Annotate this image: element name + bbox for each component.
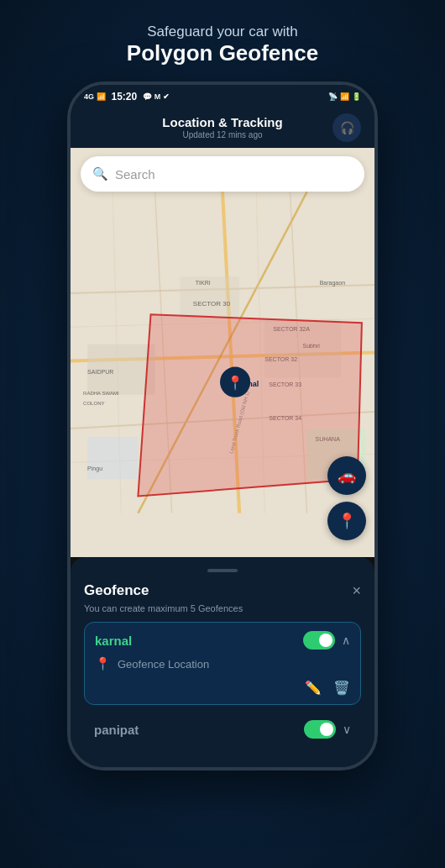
geofence-item-panipat[interactable]: panipat ∨ [84, 712, 361, 747]
geofence-subtitle: You can create maximum 5 Geofences [84, 603, 361, 613]
geofence-title: Geofence [84, 582, 149, 599]
geofence-toggle-karnal[interactable] [303, 631, 335, 650]
status-bar: 4G 📶 15:20 💬 M ✔ 📡 📶 🔋 [71, 85, 374, 108]
header-subtitle: Safeguard your car with [127, 24, 318, 40]
search-bar[interactable]: 🔍 Search [81, 156, 364, 192]
svg-text:TIKRI: TIKRI [196, 280, 211, 286]
geofence-action-row: ✏️ 🗑️ [95, 680, 350, 696]
battery-icon: 🔋 [352, 92, 361, 101]
svg-text:SAIDPUR: SAIDPUR [87, 369, 113, 375]
geofence-toggle-panipat[interactable] [304, 720, 336, 739]
car-icon: 🚗 [338, 466, 356, 485]
map-fab-container: 🚗 📍 [327, 456, 366, 540]
svg-text:SECTOR 30: SECTOR 30 [193, 300, 231, 308]
geofence-name-karnal: karnal [95, 634, 132, 648]
header-title: Polygon Geofence [127, 40, 318, 66]
svg-text:Baragaon: Baragaon [320, 280, 346, 287]
car-location-fab[interactable]: 🚗 [327, 456, 366, 495]
geofence-controls-karnal: ∧ [303, 631, 350, 650]
map-container[interactable]: SECTOR 30 SECTOR 32A SECTOR 32 SECTOR 33… [71, 148, 374, 557]
headphone-button[interactable]: 🎧 [332, 113, 361, 142]
signal-bars-icon: 📡 [328, 92, 338, 101]
status-apps: 💬 M ✔ [143, 92, 170, 101]
phone-frame: 4G 📶 15:20 💬 M ✔ 📡 📶 🔋 Location & Tracki… [67, 82, 378, 771]
status-right-icons: 📡 📶 🔋 [328, 92, 361, 101]
location-pin-icon: 📍 [95, 656, 111, 671]
svg-rect-16 [87, 437, 138, 479]
geofence-panel: Geofence × You can create maximum 5 Geof… [71, 557, 374, 767]
geofence-item-header-karnal: karnal ∧ [95, 631, 350, 650]
location-pin-fab-icon: 📍 [338, 512, 356, 530]
chevron-down-icon[interactable]: ∨ [343, 723, 351, 736]
status-time: 15:20 [112, 91, 138, 103]
page-header: Safeguard your car with Polygon Geofence [127, 24, 318, 66]
geofence-close-button[interactable]: × [352, 582, 361, 600]
geofence-header: Geofence × [84, 582, 361, 600]
app-title-sub: Updated 12 mins ago [162, 130, 282, 139]
svg-text:Pingu: Pingu [87, 466, 102, 472]
svg-text:nal: nal [248, 380, 259, 388]
app-title-main: Location & Tracking [162, 115, 282, 129]
app-header: Location & Tracking Updated 12 mins ago … [71, 108, 374, 148]
panel-handle[interactable] [207, 569, 238, 572]
search-icon: 🔍 [92, 166, 108, 181]
my-location-fab[interactable]: 📍 [327, 502, 366, 540]
chevron-up-icon[interactable]: ∧ [342, 634, 350, 647]
svg-text:RADHA SWAMI: RADHA SWAMI [83, 391, 119, 396]
headphone-icon: 🎧 [340, 121, 354, 134]
wifi-icon: 📶 [340, 92, 349, 101]
geofence-name-panipat: panipat [94, 723, 139, 737]
svg-text:COLONY: COLONY [83, 401, 104, 406]
delete-icon[interactable]: 🗑️ [333, 680, 350, 696]
geofence-controls-panipat: ∨ [304, 720, 351, 739]
geofence-title-block: Geofence [84, 582, 149, 599]
geofence-location-row: 📍 Geofence Location [95, 656, 350, 671]
svg-text:📍: 📍 [227, 375, 244, 391]
search-placeholder: Search [115, 167, 155, 181]
geofence-item-karnal[interactable]: karnal ∧ 📍 Geofence Location ✏️ 🗑️ [84, 622, 361, 705]
geofence-location-label: Geofence Location [118, 658, 209, 671]
status-left: 4G 📶 15:20 💬 M ✔ [84, 91, 170, 103]
app-title: Location & Tracking Updated 12 mins ago [162, 115, 282, 139]
edit-icon[interactable]: ✏️ [305, 680, 322, 696]
signal-icon: 4G 📶 [84, 92, 106, 101]
